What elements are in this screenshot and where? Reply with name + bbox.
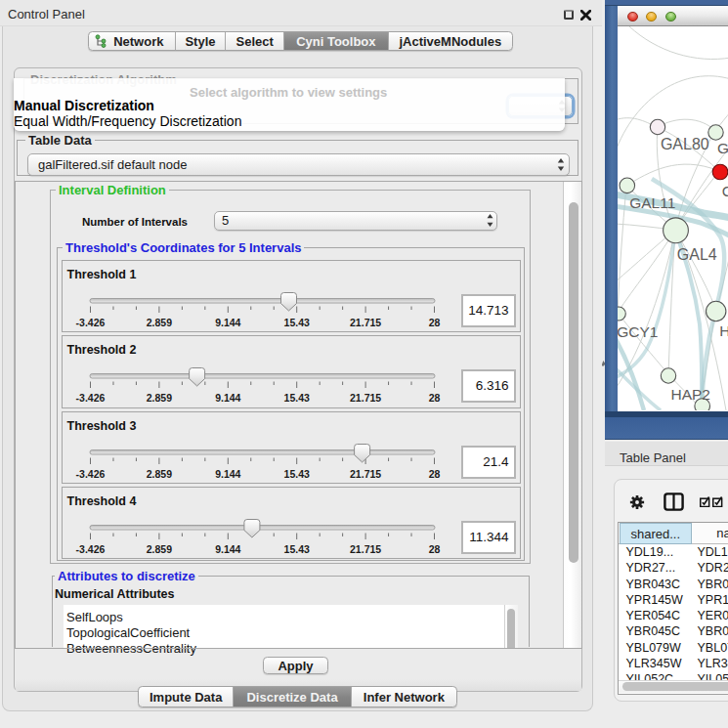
svg-text:HAP2: HAP2 [671,386,711,403]
svg-text:28: 28 [428,392,440,404]
svg-text:9.144: 9.144 [215,316,240,327]
svg-text:-3.426: -3.426 [75,542,105,554]
svg-text:9.144: 9.144 [215,467,240,479]
svg-text:15.43: 15.43 [283,316,309,327]
svg-text:GAL: GAL [717,140,728,156]
svg-text:GCY1: GCY1 [618,323,658,340]
svg-text:-3.426: -3.426 [75,316,105,327]
svg-text:CA: CA [722,183,728,199]
svg-text:28: 28 [428,316,440,327]
svg-text:GAL4: GAL4 [677,246,717,263]
svg-text:2.859: 2.859 [146,467,171,479]
svg-text:21.715: 21.715 [350,467,381,479]
svg-text:28: 28 [428,467,440,479]
svg-text:21.715: 21.715 [350,392,381,404]
svg-text:GAL11: GAL11 [629,194,675,211]
svg-text:-3.426: -3.426 [75,467,105,479]
svg-text:21.715: 21.715 [350,316,381,327]
svg-text:28: 28 [428,542,440,554]
svg-text:15.43: 15.43 [283,467,309,479]
svg-text:15.43: 15.43 [283,392,309,404]
svg-text:2.859: 2.859 [146,392,171,404]
svg-text:HA: HA [719,322,728,339]
svg-text:9.144: 9.144 [215,392,240,404]
svg-text:9.144: 9.144 [215,542,240,554]
svg-text:-3.426: -3.426 [75,392,105,404]
svg-text:2.859: 2.859 [146,316,171,327]
svg-text:15.43: 15.43 [283,542,309,554]
svg-text:GAL80: GAL80 [661,136,709,152]
svg-text:2.859: 2.859 [146,542,171,554]
svg-text:21.715: 21.715 [350,542,381,554]
